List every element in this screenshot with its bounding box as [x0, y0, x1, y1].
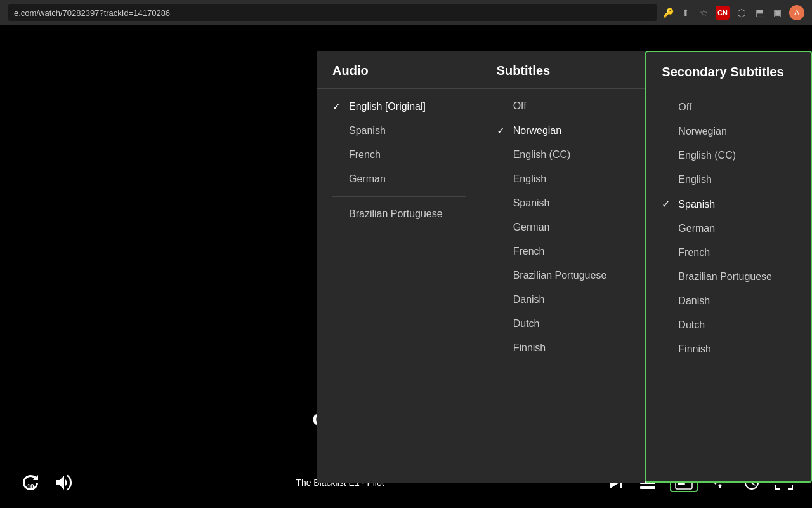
- sec-subtitle-label-0: Off: [678, 102, 691, 113]
- secondary-subtitles-header: Secondary Subtitles: [646, 65, 811, 90]
- sec-subtitle-label-3: English: [678, 174, 711, 185]
- subtitle-label-9: Dutch: [513, 318, 540, 330]
- subtitle-check-1: ✓: [497, 124, 507, 137]
- subtitle-item-2[interactable]: English (CC): [481, 143, 646, 167]
- browser-chrome: e.com/watch/70282397?trackId=14170286 🔑 …: [0, 0, 812, 25]
- audio-items-list: ✓ English [Original] Spanish French Germ…: [317, 94, 481, 226]
- secondary-subtitle-item-10[interactable]: Finnish: [646, 337, 811, 361]
- subtitle-item-0[interactable]: Off: [481, 94, 646, 118]
- audio-column: Audio ✓ English [Original] Spanish Frenc…: [317, 51, 481, 483]
- secondary-subtitle-item-5[interactable]: German: [646, 217, 811, 241]
- avatar[interactable]: A: [789, 5, 804, 20]
- media-icon[interactable]: ⬒: [754, 7, 765, 18]
- subtitle-label-2: English (CC): [513, 149, 571, 161]
- url-bar[interactable]: e.com/watch/70282397?trackId=14170286: [8, 4, 657, 21]
- sec-subtitle-label-10: Finnish: [678, 344, 711, 355]
- subtitle-item-8[interactable]: Danish: [481, 288, 646, 312]
- video-area: ⚑ Han vil forlate Sal dentro de 36 horas…: [0, 25, 812, 508]
- secondary-subtitle-item-3[interactable]: English: [646, 168, 811, 192]
- sec-subtitle-label-8: Danish: [678, 295, 710, 307]
- star-icon[interactable]: ☆: [698, 7, 709, 18]
- audio-label-2: French: [349, 149, 381, 161]
- subtitle-item-7[interactable]: Brazilian Portuguese: [481, 264, 646, 288]
- subtitle-item-3[interactable]: English: [481, 167, 646, 191]
- replay-button[interactable]: 10: [19, 471, 42, 494]
- sec-subtitle-label-4: Spanish: [678, 199, 715, 210]
- secondary-subtitle-item-8[interactable]: Danish: [646, 289, 811, 313]
- window-icon[interactable]: ▣: [771, 7, 783, 18]
- audio-label-1: Spanish: [349, 125, 386, 137]
- audio-label-0: English [Original]: [349, 101, 426, 112]
- sec-subtitle-label-1: Norwegian: [678, 126, 726, 137]
- subtitle-item-5[interactable]: German: [481, 215, 646, 239]
- secondary-subtitle-item-6[interactable]: French: [646, 241, 811, 265]
- browser-toolbar-icons: 🔑 ⬆ ☆ CN ⬡ ⬒ ▣ A: [662, 5, 804, 20]
- url-text: e.com/watch/70282397?trackId=14170286: [14, 8, 170, 18]
- subtitle-label-4: Spanish: [513, 197, 550, 209]
- audio-divider: [332, 196, 466, 197]
- subtitle-label-7: Brazilian Portuguese: [513, 270, 607, 281]
- secondary-subtitle-item-9[interactable]: Dutch: [646, 313, 811, 337]
- subtitle-label-6: French: [513, 246, 545, 257]
- share-icon[interactable]: ⬆: [680, 7, 691, 18]
- svg-rect-5: [678, 483, 685, 485]
- subtitle-label-1: Norwegian: [513, 125, 561, 137]
- secondary-subtitle-item-7[interactable]: Brazilian Portuguese: [646, 265, 811, 289]
- volume-button[interactable]: [55, 473, 74, 492]
- sec-subtitle-label-7: Brazilian Portuguese: [678, 271, 772, 283]
- sec-subtitle-label-2: English (CC): [678, 150, 736, 161]
- subtitle-label-8: Danish: [513, 294, 545, 305]
- subtitle-item-6[interactable]: French: [481, 239, 646, 264]
- subtitle-label-5: German: [513, 222, 550, 233]
- subtitles-column: Subtitles Off ✓ Norwegian English (CC) E…: [481, 51, 646, 483]
- audio-label-4: Brazilian Portuguese: [349, 208, 443, 220]
- secondary-subtitle-item-0[interactable]: Off: [646, 95, 811, 119]
- subtitle-item-10[interactable]: Finnish: [481, 336, 646, 360]
- language-menu: Audio ✓ English [Original] Spanish Frenc…: [317, 51, 812, 483]
- audio-label-3: German: [349, 173, 386, 185]
- subtitle-label-10: Finnish: [513, 342, 546, 354]
- secondary-subtitle-items-list: Off Norwegian English (CC) English ✓ Spa…: [646, 95, 811, 361]
- sec-subtitle-label-9: Dutch: [678, 319, 705, 331]
- puzzle-icon[interactable]: ⬡: [736, 7, 747, 18]
- sec-subtitle-check-4: ✓: [662, 198, 672, 210]
- subtitles-header: Subtitles: [481, 64, 646, 89]
- secondary-subtitle-item-4[interactable]: ✓ Spanish: [646, 192, 811, 217]
- audio-item-0[interactable]: ✓ English [Original]: [317, 94, 481, 119]
- subtitle-item-1[interactable]: ✓ Norwegian: [481, 118, 646, 143]
- audio-item-4[interactable]: Brazilian Portuguese: [317, 202, 481, 226]
- secondary-subtitles-column: Secondary Subtitles Off Norwegian Englis…: [645, 51, 812, 483]
- secondary-subtitle-item-2[interactable]: English (CC): [646, 144, 811, 168]
- audio-item-1[interactable]: Spanish: [317, 119, 481, 143]
- sec-subtitle-label-6: French: [678, 247, 710, 258]
- subtitle-item-9[interactable]: Dutch: [481, 312, 646, 336]
- audio-item-2[interactable]: French: [317, 143, 481, 167]
- subtitle-items-list: Off ✓ Norwegian English (CC) English Spa…: [481, 94, 646, 360]
- cn-extension-icon[interactable]: CN: [716, 6, 730, 20]
- secondary-subtitle-item-1[interactable]: Norwegian: [646, 119, 811, 144]
- subtitle-label-0: Off: [513, 100, 527, 112]
- audio-check-0: ✓: [332, 100, 343, 112]
- subtitle-item-4[interactable]: Spanish: [481, 191, 646, 215]
- key-icon[interactable]: 🔑: [662, 7, 674, 18]
- sec-subtitle-label-5: German: [678, 223, 715, 234]
- svg-rect-2: [640, 486, 655, 489]
- audio-item-3[interactable]: German: [317, 167, 481, 191]
- audio-header: Audio: [317, 64, 481, 89]
- subtitle-label-3: English: [513, 173, 546, 185]
